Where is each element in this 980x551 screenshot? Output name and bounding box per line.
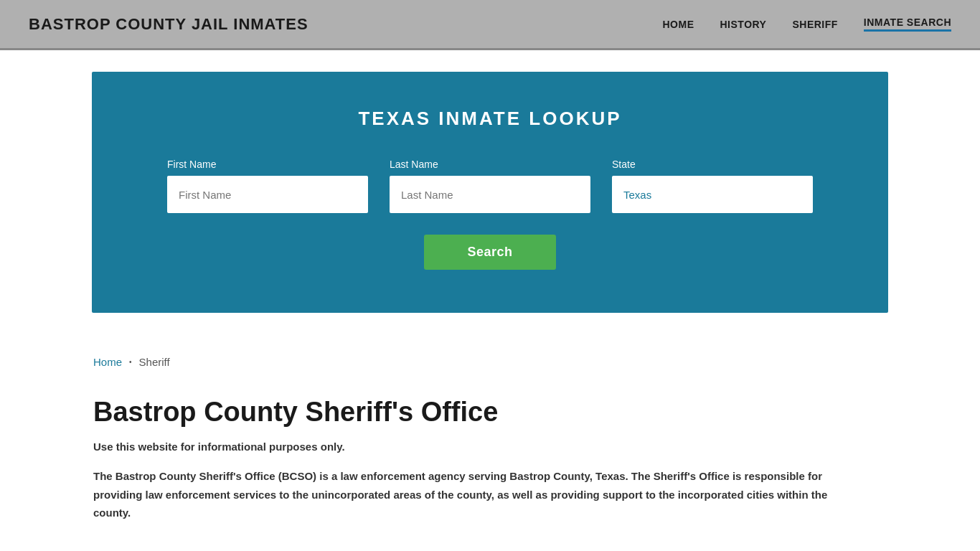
site-title: BASTROP COUNTY JAIL INMATES (29, 15, 308, 34)
last-name-group: Last Name (390, 159, 590, 213)
first-name-label: First Name (167, 159, 368, 170)
nav-inmate-search[interactable]: INMATE SEARCH (864, 17, 951, 32)
breadcrumb-current: Sheriff (139, 356, 170, 368)
page-title: Bastrop County Sheriff's Office (93, 397, 887, 428)
nav-history[interactable]: HISTORY (720, 19, 767, 30)
page-description: The Bastrop County Sheriff's Office (BCS… (93, 467, 847, 522)
page-subtitle: Use this website for informational purpo… (93, 441, 887, 453)
nav-sheriff[interactable]: SHERIFF (792, 19, 837, 30)
first-name-input[interactable] (167, 176, 368, 213)
state-group: State (612, 159, 813, 213)
search-button-container: Search (121, 235, 859, 270)
search-fields-container: First Name Last Name State (121, 159, 859, 213)
search-section-title: TEXAS INMATE LOOKUP (121, 108, 859, 130)
breadcrumb: Home • Sheriff (93, 356, 887, 368)
first-name-group: First Name (167, 159, 368, 213)
search-button[interactable]: Search (424, 235, 555, 270)
state-label: State (612, 159, 813, 170)
breadcrumb-home-link[interactable]: Home (93, 356, 122, 368)
inmate-search-section: TEXAS INMATE LOOKUP First Name Last Name… (92, 72, 888, 313)
breadcrumb-separator: • (129, 358, 132, 366)
main-nav: HOME HISTORY SHERIFF INMATE SEARCH (663, 17, 952, 32)
nav-home[interactable]: HOME (663, 19, 694, 30)
last-name-input[interactable] (390, 176, 590, 213)
state-input[interactable] (612, 176, 813, 213)
last-name-label: Last Name (390, 159, 590, 170)
site-header: BASTROP COUNTY JAIL INMATES HOME HISTORY… (0, 0, 980, 50)
main-content: Home • Sheriff Bastrop County Sheriff's … (0, 334, 980, 551)
